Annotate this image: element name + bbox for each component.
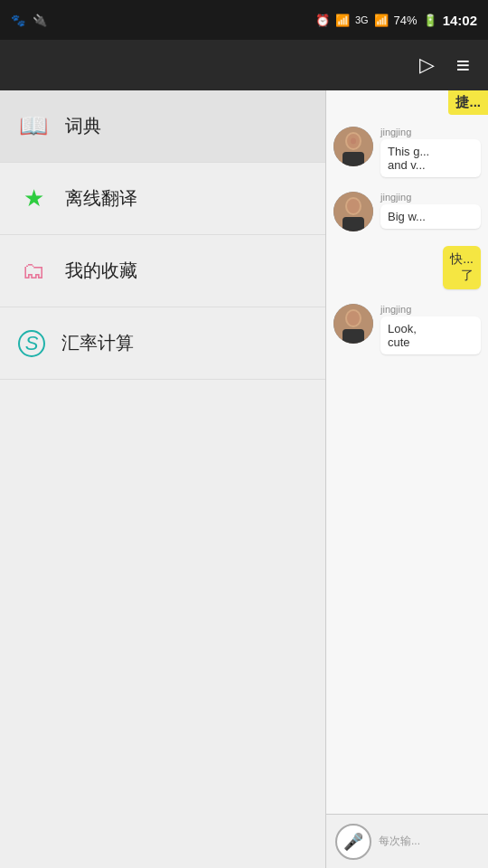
- message-bubble-4: Look,cute: [380, 316, 481, 354]
- svg-point-7: [347, 199, 360, 213]
- sidebar-item-favorites[interactable]: 🗂 我的收藏: [0, 235, 325, 307]
- message-content-2: jingjing Big w...: [380, 192, 481, 229]
- chat-message-4: jingjing Look,cute: [333, 304, 481, 354]
- sidebar-item-exchange-rate[interactable]: S 汇率计算: [0, 307, 325, 380]
- svg-point-4: [351, 138, 356, 145]
- main-layout: 📖 词典 ★ 离线翻译 🗂 我的收藏 S 汇率计算 捷...: [0, 90, 488, 868]
- message-bubble-yellow-3: 快...了: [443, 246, 481, 289]
- svg-rect-3: [343, 152, 364, 166]
- folder-icon: 🗂: [18, 257, 49, 285]
- message-bubble-1: This g...and v...: [380, 139, 481, 177]
- avatar-jingjing-1: [333, 127, 373, 166]
- mic-icon: 🎤: [343, 832, 363, 852]
- avatar-jingjing-2: [333, 192, 373, 231]
- signal-icon: 📶: [374, 14, 389, 27]
- sidebar-label-offline-translate: 离线翻译: [65, 186, 137, 211]
- clock: 14:02: [443, 13, 477, 28]
- dictionary-icon: 📖: [18, 112, 49, 140]
- svg-rect-8: [343, 217, 364, 231]
- status-left-icons: 🐾 🔌: [11, 14, 47, 27]
- battery-icon: 🔋: [423, 14, 437, 27]
- alarm-icon: ⏰: [315, 14, 330, 27]
- input-hint[interactable]: 每次输...: [379, 834, 479, 849]
- sidebar-item-offline-translate[interactable]: ★ 离线翻译: [0, 163, 325, 235]
- sidebar: 📖 词典 ★ 离线翻译 🗂 我的收藏 S 汇率计算: [0, 90, 325, 868]
- sidebar-item-dictionary[interactable]: 📖 词典: [0, 90, 325, 163]
- nav-bar: ▷ ≡: [0, 40, 488, 90]
- status-bar: 🐾 🔌 ⏰ 📶 3G 📶 74% 🔋 14:02: [0, 0, 488, 40]
- chat-message-3: 快...了: [333, 246, 481, 289]
- menu-icon[interactable]: ≡: [456, 52, 470, 80]
- chat-badge: 捷...: [448, 90, 488, 115]
- chat-message-1: jingjing This g...and v...: [333, 127, 481, 177]
- battery-text: 74%: [394, 14, 418, 27]
- message-content-4: jingjing Look,cute: [380, 304, 481, 354]
- wifi-icon: 📶: [335, 14, 350, 27]
- star-icon: ★: [18, 184, 49, 212]
- chat-messages: jingjing This g...and v... jingjing Bi: [326, 90, 488, 363]
- message-sender-4: jingjing: [380, 304, 481, 315]
- mic-button[interactable]: 🎤: [335, 824, 371, 860]
- avatar-jingjing-3: [333, 304, 373, 344]
- sidebar-label-favorites: 我的收藏: [65, 259, 137, 283]
- message-sender-2: jingjing: [380, 192, 481, 203]
- usb-icon: 🔌: [33, 14, 47, 27]
- chat-message-2: jingjing Big w...: [333, 192, 481, 231]
- sidebar-label-dictionary: 词典: [65, 114, 101, 138]
- status-right-icons: ⏰ 📶 3G 📶 74% 🔋 14:02: [315, 13, 477, 28]
- chat-bottom-bar: 🎤 每次输...: [326, 814, 488, 868]
- sidebar-label-exchange-rate: 汇率计算: [61, 331, 134, 355]
- chat-panel: 捷... jingjing This g...and v...: [325, 90, 488, 868]
- dollar-icon: S: [18, 330, 45, 357]
- app-icon: 🐾: [11, 14, 25, 27]
- message-bubble-2: Big w...: [380, 204, 481, 229]
- arrow-right-icon[interactable]: ▷: [419, 53, 435, 77]
- message-sender-1: jingjing: [380, 127, 481, 137]
- message-content-1: jingjing This g...and v...: [380, 127, 481, 177]
- network-icon: 3G: [355, 14, 369, 25]
- svg-point-11: [347, 311, 360, 326]
- svg-rect-12: [343, 329, 364, 344]
